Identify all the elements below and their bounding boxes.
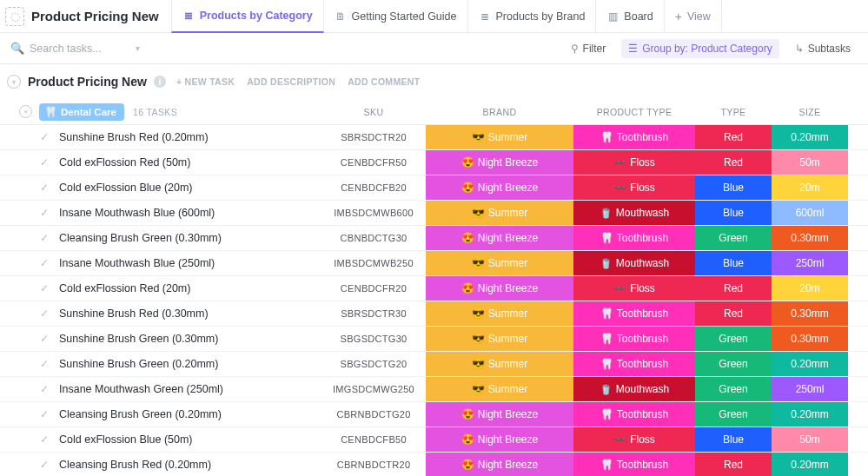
checkmark-icon[interactable]: ✓: [40, 408, 49, 420]
brand-cell[interactable]: 😎Summer: [426, 251, 573, 275]
table-row[interactable]: ✓Insane Mouthwash Blue (250ml)IMBSDCMWB2…: [0, 251, 868, 276]
type-cell[interactable]: Red: [695, 150, 772, 175]
task-name-cell[interactable]: ✓Cleansing Brush Green (0.30mm): [0, 226, 321, 250]
task-name-cell[interactable]: ✓Cold exFlossion Red (20m): [0, 276, 321, 301]
size-cell[interactable]: 0.30mm: [772, 226, 848, 250]
product-type-cell[interactable]: 🥤Mouthwash: [573, 251, 695, 275]
checkmark-icon[interactable]: ✓: [40, 333, 49, 345]
size-cell[interactable]: 20m: [772, 175, 848, 200]
sku-cell[interactable]: CENBDCFR20: [321, 276, 426, 301]
size-cell[interactable]: 0.30mm: [772, 327, 848, 351]
table-row[interactable]: ✓Sunshine Brush Green (0.20mm)SBGSDCTG20…: [0, 352, 868, 377]
type-cell[interactable]: Red: [695, 276, 772, 301]
brand-cell[interactable]: 😎Summer: [426, 327, 573, 351]
type-cell[interactable]: Blue: [695, 201, 772, 225]
add-description-button[interactable]: ADD DESCRIPTION: [247, 76, 335, 87]
task-name-cell[interactable]: ✓Sunshine Brush Green (0.30mm): [0, 327, 321, 351]
sku-cell[interactable]: IMGSDCMWG250: [321, 377, 426, 401]
type-cell[interactable]: Green: [695, 352, 772, 376]
table-row[interactable]: ✓Cleansing Brush Green (0.30mm)CBNBDCTG3…: [0, 226, 868, 251]
type-cell[interactable]: Red: [695, 125, 772, 149]
tab-products-by-category[interactable]: ≣ Products by Category: [171, 0, 324, 33]
type-cell[interactable]: Blue: [695, 175, 772, 200]
sku-cell[interactable]: CENBDCFB50: [321, 427, 426, 452]
checkmark-icon[interactable]: ✓: [40, 207, 49, 219]
column-header-product-type[interactable]: PRODUCT TYPE: [573, 107, 695, 117]
brand-cell[interactable]: 😎Summer: [426, 377, 573, 401]
product-type-cell[interactable]: 🦷Toothbrush: [573, 301, 695, 326]
type-cell[interactable]: Green: [695, 327, 772, 351]
product-type-cell[interactable]: 🥤Mouthwash: [573, 201, 695, 225]
checkmark-icon[interactable]: ✓: [40, 282, 49, 294]
brand-cell[interactable]: 😍Night Breeze: [426, 402, 573, 426]
task-name-cell[interactable]: ✓Cold exFlossion Blue (50m): [0, 427, 321, 452]
type-cell[interactable]: Red: [695, 301, 772, 326]
size-cell[interactable]: 50m: [772, 427, 848, 452]
type-cell[interactable]: Blue: [695, 427, 772, 452]
type-cell[interactable]: Green: [695, 402, 772, 426]
sku-cell[interactable]: SBGSDCTG20: [321, 352, 426, 376]
checkmark-icon[interactable]: ✓: [40, 156, 49, 169]
brand-cell[interactable]: 😎Summer: [426, 201, 573, 225]
filter-button[interactable]: ⚲ Filter: [564, 39, 613, 58]
size-cell[interactable]: 0.20mm: [772, 352, 848, 376]
checkmark-icon[interactable]: ✓: [40, 358, 49, 370]
group-chip-dental-care[interactable]: 🦷 Dental Care: [39, 103, 124, 121]
tab-getting-started-guide[interactable]: 🗎 Getting Started Guide: [324, 0, 468, 32]
size-cell[interactable]: 50m: [772, 150, 848, 175]
size-cell[interactable]: 250ml: [772, 251, 848, 275]
checkmark-icon[interactable]: ✓: [40, 459, 49, 471]
collapse-group-icon[interactable]: ▾: [19, 105, 32, 118]
tab-board[interactable]: ▥ Board: [596, 0, 664, 32]
type-cell[interactable]: Green: [695, 226, 772, 250]
sku-cell[interactable]: CENBDCFB20: [321, 175, 426, 200]
column-header-type[interactable]: TYPE: [695, 107, 772, 117]
task-name-cell[interactable]: ✓Insane Mouthwash Green (250ml): [0, 377, 321, 401]
page-icon-placeholder[interactable]: ◌: [5, 7, 24, 26]
product-type-cell[interactable]: 〰️Floss: [573, 150, 695, 175]
size-cell[interactable]: 0.20mm: [772, 402, 848, 426]
chevron-down-icon[interactable]: ▾: [136, 43, 140, 53]
product-type-cell[interactable]: 🦷Toothbrush: [573, 402, 695, 426]
checkmark-icon[interactable]: ✓: [40, 131, 49, 143]
sku-cell[interactable]: IMBSDCMWB600: [321, 201, 426, 225]
task-name-cell[interactable]: ✓Sunshine Brush Red (0.20mm): [0, 125, 321, 149]
type-cell[interactable]: Green: [695, 377, 772, 401]
size-cell[interactable]: 250ml: [772, 377, 848, 401]
checkmark-icon[interactable]: ✓: [40, 433, 49, 446]
sku-cell[interactable]: CBNBDCTG30: [321, 226, 426, 250]
brand-cell[interactable]: 😍Night Breeze: [426, 226, 573, 250]
table-row[interactable]: ✓Insane Mouthwash Blue (600ml)IMBSDCMWB6…: [0, 201, 868, 226]
column-header-sku[interactable]: SKU: [321, 107, 426, 117]
table-row[interactable]: ✓Sunshine Brush Green (0.30mm)SBGSDCTG30…: [0, 327, 868, 352]
checkmark-icon[interactable]: ✓: [40, 383, 49, 395]
sku-cell[interactable]: SBGSDCTG30: [321, 327, 426, 351]
table-row[interactable]: ✓Insane Mouthwash Green (250ml)IMGSDCMWG…: [0, 377, 868, 402]
checkmark-icon[interactable]: ✓: [40, 257, 49, 269]
sku-cell[interactable]: CBRNBDCTG20: [321, 402, 426, 426]
task-name-cell[interactable]: ✓Cleansing Brush Green (0.20mm): [0, 402, 321, 426]
add-comment-button[interactable]: ADD COMMENT: [348, 76, 420, 87]
product-type-cell[interactable]: 〰️Floss: [573, 175, 695, 200]
new-task-button[interactable]: + NEW TASK: [176, 76, 235, 87]
brand-cell[interactable]: 😎Summer: [426, 125, 573, 149]
brand-cell[interactable]: 😎Summer: [426, 352, 573, 376]
group-by-button[interactable]: ☰ Group by: Product Category: [621, 39, 779, 58]
column-header-size[interactable]: SIZE: [772, 107, 848, 117]
task-name-cell[interactable]: ✓Cleansing Brush Red (0.20mm): [0, 453, 321, 476]
product-type-cell[interactable]: 〰️Floss: [573, 427, 695, 452]
info-icon[interactable]: i: [154, 76, 166, 88]
size-cell[interactable]: 600ml: [772, 201, 848, 225]
task-name-cell[interactable]: ✓Insane Mouthwash Blue (600ml): [0, 201, 321, 225]
table-row[interactable]: ✓Cleansing Brush Green (0.20mm)CBRNBDCTG…: [0, 402, 868, 427]
search-input[interactable]: [30, 43, 125, 55]
brand-cell[interactable]: 😍Night Breeze: [426, 276, 573, 301]
size-cell[interactable]: 0.20mm: [772, 125, 848, 149]
type-cell[interactable]: Red: [695, 453, 772, 476]
brand-cell[interactable]: 😎Summer: [426, 301, 573, 326]
brand-cell[interactable]: 😍Night Breeze: [426, 175, 573, 200]
collapse-list-icon[interactable]: ▾: [7, 75, 21, 89]
type-cell[interactable]: Blue: [695, 251, 772, 275]
product-type-cell[interactable]: 〰️Floss: [573, 276, 695, 301]
checkmark-icon[interactable]: ✓: [40, 232, 49, 244]
